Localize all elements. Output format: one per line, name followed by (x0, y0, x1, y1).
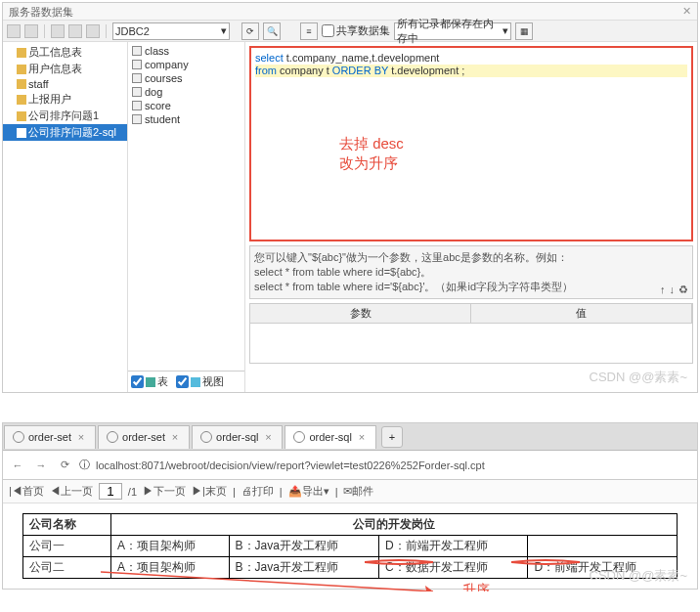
page-input[interactable] (99, 483, 122, 500)
col-jobs: 公司的开发岗位 (111, 514, 678, 536)
sql-editor[interactable]: select t.company_name,t.development from… (249, 46, 693, 241)
folder-icon (17, 111, 26, 121)
tree-item[interactable]: 公司排序问题1 (3, 108, 127, 124)
refresh-btn[interactable]: ⟳ (241, 22, 259, 40)
list-item[interactable]: company (130, 58, 242, 71)
chevron-down-icon: ▾ (503, 24, 508, 37)
refresh-icon[interactable]: ♻ (678, 284, 688, 296)
folder-icon (17, 65, 26, 74)
chevron-down-icon: ▾ (221, 24, 227, 37)
underline-icon (511, 558, 580, 566)
param-table: 参数 值 (249, 303, 693, 364)
svg-line-0 (101, 572, 433, 591)
table-icon (146, 377, 155, 387)
reload-icon[interactable]: ⟳ (56, 457, 73, 474)
view-checkbox[interactable]: 视图 (176, 374, 224, 389)
tool-btn[interactable] (86, 24, 100, 38)
table-checkbox[interactable]: 表 (131, 374, 168, 389)
mail-button[interactable]: ✉邮件 (343, 484, 373, 499)
close-icon[interactable]: × (75, 431, 87, 443)
page-total: /1 (128, 486, 137, 498)
globe-icon (200, 431, 212, 443)
globe-icon (13, 431, 24, 443)
table-icon (132, 60, 142, 69)
search-btn[interactable]: 🔍 (263, 22, 281, 40)
browser-tabs: order-set× order-set× order-sql× order-s… (3, 423, 697, 451)
underline-icon (365, 558, 433, 566)
folder-icon (17, 48, 26, 58)
table-icon (132, 87, 142, 97)
tab[interactable]: order-set× (98, 425, 190, 449)
list-item[interactable]: score (130, 99, 242, 112)
dataset-tree: 员工信息表 用户信息表 staff 上报用户 公司排序问题1 公司排序问题2-s… (3, 42, 128, 392)
tree-item[interactable]: 用户信息表 (3, 61, 127, 77)
first-page[interactable]: |◀首页 (9, 484, 44, 499)
annotation: 去掉 desc 改为升序 (339, 134, 404, 172)
watermark: CSDN @@素素~ (590, 369, 687, 386)
table-icon (132, 101, 142, 110)
close-icon[interactable]: ✕ (682, 5, 691, 18)
hint-box: 您可以键入"${abc}"做为一个参数，这里abc是参数的名称。例如： sele… (249, 245, 693, 299)
prev-page[interactable]: ◀上一页 (50, 484, 93, 499)
tool-btn[interactable] (7, 24, 21, 38)
preview-btn[interactable]: ▦ (515, 22, 533, 40)
last-page[interactable]: ▶|末页 (192, 484, 227, 499)
tree-item[interactable]: 员工信息表 (3, 44, 127, 61)
forward-icon[interactable]: → (32, 457, 50, 474)
window-title: 服务器数据集 (9, 5, 73, 18)
export-button[interactable]: 📤导出▾ (288, 484, 329, 499)
col-company: 公司名称 (23, 514, 111, 536)
list-item[interactable]: courses (130, 71, 242, 85)
folder-icon (17, 95, 26, 105)
down-icon[interactable]: ↓ (670, 284, 676, 296)
tree-item[interactable]: staff (3, 77, 127, 91)
svg-marker-1 (425, 586, 433, 591)
table-icon (132, 46, 142, 56)
table-list: class company courses dog score student (128, 42, 244, 371)
table-row: 公司一 A：项目架构师 B：Java开发工程师 D：前端开发工程师 (23, 536, 678, 557)
tab[interactable]: order-sql× (192, 425, 283, 449)
tool-btn[interactable] (24, 24, 38, 38)
list-item[interactable]: dog (130, 85, 242, 99)
tree-item[interactable]: 公司排序问题2-sql (3, 124, 127, 141)
tree-item[interactable]: 上报用户 (3, 91, 127, 108)
url-bar[interactable]: localhost:8071/webroot/decision/view/rep… (96, 459, 691, 471)
share-checkbox[interactable]: 共享数据集 (322, 23, 390, 38)
tool-btn[interactable] (51, 24, 65, 38)
table-icon (132, 114, 142, 124)
jdbc-select[interactable]: JDBC2 ▾ (112, 22, 230, 40)
tool-btn[interactable] (68, 24, 82, 38)
tab[interactable]: order-sql× (284, 425, 375, 449)
list-item[interactable]: student (130, 112, 242, 126)
watermark: CSDN @@素素~ (590, 567, 687, 585)
table-icon (132, 73, 142, 83)
info-icon[interactable]: ⓘ (79, 458, 90, 472)
up-icon[interactable]: ↑ (660, 284, 666, 296)
folder-icon (17, 128, 26, 138)
folder-icon (17, 79, 26, 89)
annotation-label: 升序 (462, 582, 490, 591)
new-tab-button[interactable]: + (381, 426, 403, 448)
back-icon[interactable]: ← (9, 457, 26, 474)
close-icon[interactable]: × (356, 431, 368, 443)
arrow-icon (101, 567, 453, 591)
globe-icon (107, 431, 118, 443)
next-page[interactable]: ▶下一页 (143, 484, 186, 499)
list-item[interactable]: class (130, 44, 242, 58)
param-header: 参数 (250, 304, 471, 323)
view-icon (191, 377, 200, 387)
tab[interactable]: order-set× (4, 425, 96, 449)
list-btn[interactable]: ≡ (300, 22, 318, 40)
records-select[interactable]: 所有记录都保存在内存中 ▾ (394, 22, 511, 40)
value-header: 值 (471, 304, 692, 323)
globe-icon (293, 431, 305, 443)
close-icon[interactable]: × (169, 431, 181, 443)
close-icon[interactable]: × (262, 431, 274, 443)
print-button[interactable]: 🖨打印 (241, 484, 274, 499)
